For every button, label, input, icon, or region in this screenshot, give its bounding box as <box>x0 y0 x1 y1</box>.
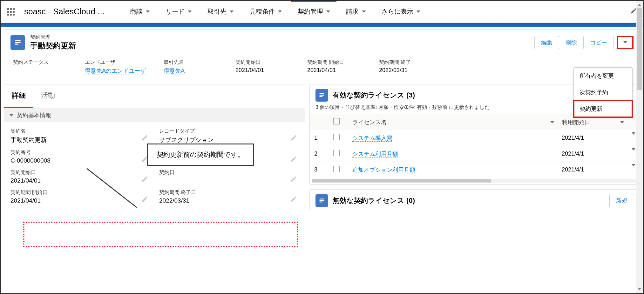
row-checkbox[interactable] <box>333 134 340 140</box>
chevron-down-icon <box>188 10 192 13</box>
tab-activity[interactable]: 活動 <box>33 84 63 108</box>
chevron-down-icon <box>550 121 554 123</box>
license-name-link[interactable]: システム導入費 <box>352 135 392 142</box>
chevron-down-icon <box>620 121 624 123</box>
field-label: 契約期間 終了日 <box>159 189 298 196</box>
nav-tab-label: 商談 <box>130 7 143 16</box>
section-basic-info[interactable]: 契約基本情報 <box>4 108 305 122</box>
highlight-value: 2022/03/31 <box>379 67 433 74</box>
record-header: 契約管理 手動契約更新 編集 削除 コピー 契約ステータスエンドユーザ得意先Aの… <box>4 29 640 81</box>
invalid-licenses-card: 無効な契約ライセンス (0) 新規 <box>309 189 640 210</box>
row-menu-icon[interactable] <box>632 148 635 157</box>
delete-button[interactable]: 削除 <box>559 36 584 49</box>
row-menu-icon[interactable] <box>632 164 635 173</box>
record-icon <box>10 35 25 50</box>
menu-renew-contract[interactable]: 契約更新 <box>574 101 632 117</box>
nav-tab-0[interactable]: 商談 <box>124 1 156 23</box>
field-value: C-0000000008 <box>10 157 150 164</box>
row-checkbox[interactable] <box>333 166 340 172</box>
chevron-down-icon <box>230 10 234 13</box>
nav-tab-label: さらに表示 <box>382 7 413 16</box>
more-actions-button[interactable] <box>617 36 634 49</box>
field-period-start: 契約期間 開始日2021/04/01 <box>10 187 150 207</box>
copy-button[interactable]: コピー <box>583 36 614 49</box>
chevron-down-icon <box>278 10 282 13</box>
highlight-field-2: 取引先名得意先A <box>164 59 218 75</box>
highlight-value: 2021/04/01 <box>307 67 361 74</box>
license-start-date: 2021/4/1 <box>557 130 627 146</box>
callout-box: 契約更新前の契約期間です。 <box>147 144 254 166</box>
new-license-button[interactable]: 新規 <box>609 194 634 207</box>
highlight-value[interactable]: 得意先A <box>164 67 185 75</box>
field-contract-name: 契約名手動契約更新 <box>10 125 150 147</box>
app-launcher-icon[interactable] <box>7 8 15 16</box>
pencil-icon[interactable] <box>290 156 297 164</box>
license-name-link[interactable]: 追加オプション利用月額 <box>352 167 415 173</box>
record-actions: 編集 削除 コピー <box>535 36 634 49</box>
section-title: 契約基本情報 <box>17 111 51 119</box>
highlight-label: 取引先名 <box>164 59 218 66</box>
app-name: soasc - SalesCloud ... <box>24 7 105 17</box>
col-license-name[interactable]: ライセンス名 <box>348 114 557 130</box>
callout-text: 契約更新前の契約期間です。 <box>157 151 244 158</box>
license-icon <box>315 194 328 207</box>
license-start-date: 2021/4/1 <box>557 162 627 178</box>
nav-tab-label: リード <box>166 7 185 16</box>
pencil-icon[interactable] <box>290 176 297 184</box>
field-label: 契約期間 開始日 <box>10 189 150 196</box>
field-label: 契約日 <box>159 169 298 176</box>
nav-tab-label: 契約管理 <box>298 7 323 16</box>
valid-licenses-title[interactable]: 有効な契約ライセンス (3) <box>333 90 415 100</box>
nav-tab-5[interactable]: 請求 <box>340 1 372 23</box>
license-icon <box>315 89 328 102</box>
table-row: 1システム導入費2021/4/1 <box>310 130 640 146</box>
row-index: 3 <box>310 162 329 178</box>
pencil-icon[interactable] <box>141 176 148 184</box>
nav-tab-2[interactable]: 取引先 <box>201 1 240 23</box>
object-label: 契約管理 <box>30 34 76 41</box>
license-name-link[interactable]: システム利用月額 <box>352 151 398 157</box>
vertical-scrollbar[interactable] <box>636 1 643 293</box>
highlight-field-4: 契約期間 開始日2021/04/01 <box>307 59 361 75</box>
invalid-licenses-title[interactable]: 無効な契約ライセンス (0) <box>333 196 415 205</box>
nav-tab-4[interactable]: 契約管理 <box>291 1 336 23</box>
highlight-label: 契約ステータス <box>13 59 67 66</box>
edit-nav-icon[interactable] <box>630 7 637 16</box>
highlight-label: 契約開始日 <box>235 59 289 66</box>
nav-tab-6[interactable]: さらに表示 <box>375 1 427 23</box>
scroll-up-icon[interactable] <box>638 3 641 6</box>
field-value: 2021/04/01 <box>10 177 150 184</box>
pencil-icon[interactable] <box>141 196 148 204</box>
tab-detail[interactable]: 詳細 <box>4 84 33 108</box>
pencil-icon[interactable] <box>141 134 148 143</box>
row-index: 1 <box>310 130 329 146</box>
highlight-field-0: 契約ステータス <box>13 59 67 75</box>
nav-tab-3[interactable]: 見積条件 <box>243 1 288 23</box>
field-value: 手動契約更新 <box>10 136 150 144</box>
scroll-thumb[interactable] <box>637 8 642 90</box>
row-checkbox[interactable] <box>333 150 340 156</box>
field-label: 契約番号 <box>10 149 150 156</box>
chevron-down-icon <box>417 10 420 13</box>
pencil-icon[interactable] <box>290 134 297 143</box>
row-menu-icon[interactable] <box>632 132 635 141</box>
highlight-value[interactable]: 得意先Aのエンドユーザ <box>85 67 146 75</box>
menu-next-reserve[interactable]: 次契約予約 <box>574 84 632 101</box>
nav-tab-1[interactable]: リード <box>159 1 198 23</box>
horizontal-scrollbar[interactable] <box>312 179 638 183</box>
field-contract-date: 契約日 <box>159 167 298 187</box>
edit-button[interactable]: 編集 <box>534 36 559 49</box>
field-label: 契約名 <box>10 128 150 135</box>
license-start-date: 2021/4/1 <box>557 146 627 162</box>
field-label: レコードタイプ <box>159 128 298 135</box>
pencil-icon[interactable] <box>290 196 297 204</box>
highlight-label: 契約期間 終了 <box>379 59 433 66</box>
scroll-down-icon[interactable] <box>638 288 641 291</box>
licenses-table: ライセンス名 利用開始日 1システム導入費2021/4/12システム利用月額20… <box>310 114 640 177</box>
menu-change-owner[interactable]: 所有者を変更 <box>574 68 632 84</box>
chevron-down-icon <box>362 10 366 13</box>
field-period-end: 契約期間 終了日2022/03/31 <box>159 187 298 207</box>
chevron-down-icon <box>146 10 150 13</box>
select-all-checkbox[interactable] <box>333 118 340 124</box>
field-contract-no: 契約番号C-0000000008 <box>10 147 150 167</box>
